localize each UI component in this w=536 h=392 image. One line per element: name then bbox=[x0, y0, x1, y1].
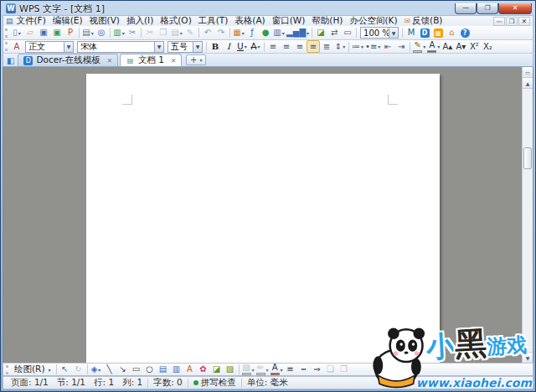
size-combo[interactable]: 五号▼ bbox=[168, 41, 203, 53]
chevron-down-icon[interactable]: ▾ bbox=[343, 44, 345, 49]
chevron-down-icon[interactable]: ▾ bbox=[266, 367, 269, 373]
status-spellcheck[interactable]: 拼写检查 bbox=[189, 377, 240, 389]
styles-button[interactable]: A bbox=[10, 40, 23, 53]
decrease-indent-button[interactable]: ⇤ bbox=[381, 40, 394, 53]
line-spacing-button[interactable]: ⇕▾ bbox=[333, 40, 347, 53]
sidebar-toggle-icon[interactable]: ◧ bbox=[7, 56, 14, 65]
char-scale-button[interactable]: ⇄ bbox=[327, 27, 341, 39]
italic-button[interactable]: I bbox=[222, 40, 235, 53]
vertical-scrollbar[interactable]: ▭ ▲ ▼ bbox=[522, 67, 533, 363]
vertical-textbox-button[interactable]: ▥ bbox=[170, 364, 183, 376]
tab-docer[interactable]: DDocer-在线模板✕ bbox=[18, 54, 117, 66]
arrow-style-button[interactable]: ⇒ bbox=[311, 364, 324, 376]
table-formula-button[interactable]: ƒ bbox=[245, 27, 259, 39]
maximize-button[interactable]: ❐ bbox=[477, 3, 498, 14]
chevron-down-icon[interactable]: ▾ bbox=[199, 57, 202, 63]
chevron-down-icon[interactable]: ▾ bbox=[307, 30, 309, 36]
toolbar-grip[interactable] bbox=[5, 28, 8, 38]
chevron-down-icon[interactable]: ▾ bbox=[257, 44, 260, 49]
decrease-font-button[interactable]: A▾ bbox=[454, 40, 467, 53]
menu-table[interactable]: 表格(A) bbox=[231, 15, 268, 27]
font-color-button[interactable]: A▾ bbox=[426, 40, 441, 53]
help-button[interactable]: ? bbox=[458, 27, 472, 39]
chevron-down-icon[interactable]: ▾ bbox=[378, 44, 380, 49]
titlebar[interactable]: W WPS 文字 - [文档 1] —❐✕ bbox=[3, 1, 533, 15]
highlight-button[interactable]: ✎▾ bbox=[412, 40, 426, 53]
chart-button[interactable]: ▂▅▇▾ bbox=[286, 27, 310, 39]
save-button[interactable]: ▣ bbox=[37, 27, 50, 39]
clipboard-button[interactable]: ✂ bbox=[126, 27, 139, 39]
oval-button[interactable]: ○ bbox=[143, 364, 157, 376]
bullets-button[interactable]: •≡▾ bbox=[364, 40, 381, 53]
tab-document-1[interactable]: ▤文档 1✕ bbox=[120, 54, 182, 66]
menu-help[interactable]: 帮助(H) bbox=[308, 15, 346, 27]
frame-button[interactable]: ▭ bbox=[341, 27, 354, 39]
menu-window[interactable]: 窗口(W) bbox=[269, 15, 309, 27]
columns-button[interactable]: ▥▾ bbox=[272, 27, 286, 39]
paste-button[interactable]: ▤▾ bbox=[170, 27, 183, 39]
strikethrough-button[interactable]: A▾ bbox=[249, 40, 262, 53]
drawing-menu-button[interactable]: 绘图(R)▾ bbox=[11, 364, 54, 375]
minimize-button[interactable]: — bbox=[455, 3, 477, 14]
superscript-button[interactable]: X² bbox=[467, 40, 481, 53]
line-color-button[interactable]: ✏▾ bbox=[255, 364, 270, 376]
align-center-button[interactable]: ≡ bbox=[280, 40, 293, 53]
undo-button[interactable]: ↶ bbox=[201, 27, 214, 39]
hyperlink-button[interactable]: ● bbox=[259, 27, 272, 39]
insert-template-button[interactable]: ▥▾ bbox=[112, 27, 126, 39]
close-icon[interactable]: ✕ bbox=[171, 57, 176, 64]
doc-close-button[interactable]: ✕ bbox=[518, 17, 530, 26]
chevron-down-icon[interactable]: ▾ bbox=[98, 367, 100, 373]
chevron-down-icon[interactable]: ▾ bbox=[91, 30, 94, 36]
format-painter-button[interactable]: ✎ bbox=[183, 27, 197, 39]
home-button[interactable]: ⌂ bbox=[445, 27, 458, 39]
close-icon[interactable]: ✕ bbox=[107, 57, 112, 64]
distribute-button[interactable]: ≣ bbox=[320, 40, 333, 53]
copy-button[interactable]: ❐ bbox=[157, 27, 170, 39]
chevron-down-icon[interactable]: ▼ bbox=[389, 28, 398, 38]
document-page[interactable] bbox=[86, 74, 440, 363]
scrollbar-thumb[interactable] bbox=[523, 147, 532, 169]
cut-button[interactable]: ✂ bbox=[143, 27, 157, 39]
find-button[interactable]: M bbox=[405, 27, 418, 39]
rectangle-button[interactable]: ▭ bbox=[130, 364, 143, 376]
menu-edit[interactable]: 编辑(E) bbox=[49, 15, 86, 27]
export-pdf-button[interactable]: P bbox=[64, 27, 77, 39]
insert-picture-button[interactable]: ◪ bbox=[314, 27, 327, 39]
menu-view[interactable]: 视图(V) bbox=[86, 15, 123, 27]
menu-office-space[interactable]: 办公空间(K) bbox=[346, 15, 400, 27]
picture-button[interactable]: ◪ bbox=[210, 364, 224, 376]
shadow-button[interactable]: ❏ bbox=[324, 364, 338, 376]
autoshapes-button[interactable]: ◈▾ bbox=[90, 364, 103, 376]
chevron-down-icon[interactable]: ▾ bbox=[281, 367, 283, 373]
menu-file[interactable]: 文件(F) bbox=[13, 15, 49, 27]
menu-insert[interactable]: 插入(I) bbox=[123, 15, 157, 27]
toolbar-grip[interactable] bbox=[6, 365, 8, 374]
scroll-down-button[interactable]: ▼ bbox=[523, 352, 533, 363]
print-button[interactable]: ▤▾ bbox=[81, 27, 95, 39]
line-button[interactable]: ╲ bbox=[103, 364, 116, 376]
chevron-down-icon[interactable]: ▾ bbox=[245, 44, 247, 49]
increase-indent-button[interactable]: ⇥ bbox=[394, 40, 408, 53]
chevron-down-icon[interactable]: ▾ bbox=[252, 367, 255, 373]
font-combo[interactable]: 宋体▼ bbox=[77, 41, 164, 53]
status-unit[interactable]: 单位: 毫米 bbox=[243, 377, 292, 389]
task-pane-button[interactable]: ▦ bbox=[431, 27, 445, 39]
line-style-button[interactable]: ≡ bbox=[284, 364, 297, 376]
redo-button[interactable]: ↷ bbox=[214, 27, 228, 39]
chevron-down-icon[interactable]: ▾ bbox=[122, 30, 125, 36]
menu-tools[interactable]: 工具(T) bbox=[195, 15, 232, 27]
arrow-button[interactable]: ↘ bbox=[116, 364, 130, 376]
increase-font-button[interactable]: A▴ bbox=[441, 40, 454, 53]
fill-color-button[interactable]: ▨▾ bbox=[241, 364, 255, 376]
underline-button[interactable]: U▾ bbox=[235, 40, 249, 53]
wordart-button[interactable]: A bbox=[183, 364, 197, 376]
select-object-button[interactable]: ↖ bbox=[59, 364, 72, 376]
clipart-button[interactable]: ✿ bbox=[197, 364, 210, 376]
free-rotate-button[interactable]: ↻ bbox=[72, 364, 85, 376]
save-all-button[interactable]: ▣ bbox=[50, 27, 64, 39]
insert-table-button[interactable]: ▦▾ bbox=[232, 27, 245, 39]
chevron-down-icon[interactable]: ▾ bbox=[18, 30, 21, 36]
chevron-down-icon[interactable]: ▾ bbox=[282, 30, 285, 36]
draw-font-color-button[interactable]: A▾ bbox=[270, 364, 284, 376]
